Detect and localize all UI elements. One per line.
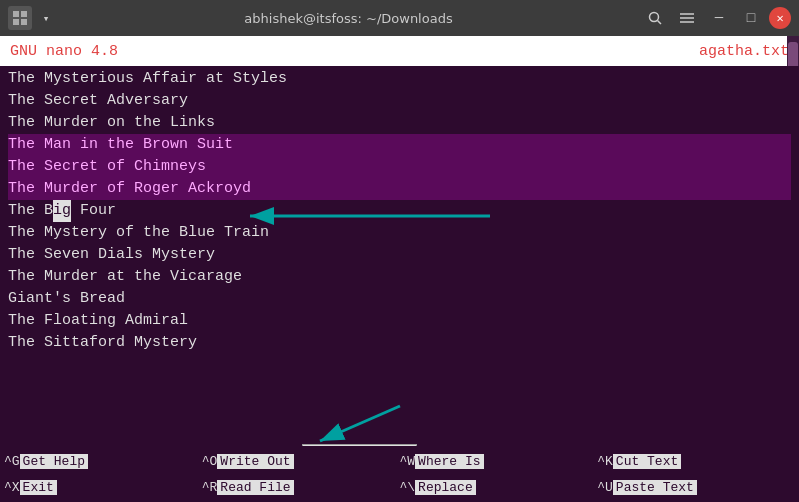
close-button[interactable]: ✕: [769, 7, 791, 29]
window-title: abhishek@itsfoss: ~/Downloads: [60, 11, 637, 26]
editor-line: The Big Four: [8, 200, 791, 222]
footer-item-write: ^O Write Out: [202, 454, 400, 469]
nano-footer: ^G Get Help ^O Write Out ^W Where Is ^K …: [0, 446, 799, 502]
label-write-out: Write Out: [217, 454, 293, 469]
editor-line: The Mysterious Affair at Styles: [8, 68, 791, 90]
cursor: ig: [53, 200, 71, 222]
search-button[interactable]: [641, 4, 669, 32]
svg-point-4: [650, 13, 659, 22]
editor-line: The Murder on the Links: [8, 112, 791, 134]
titlebar: ▾ abhishek@itsfoss: ~/Downloads ─ □ ✕: [0, 0, 799, 36]
titlebar-controls: ─ □ ✕: [641, 4, 791, 32]
mark-set-popup: [ Mark Set ]: [302, 444, 417, 446]
editor-line: The Mystery of the Blue Train: [8, 222, 791, 244]
footer-item-where: ^W Where Is: [400, 454, 598, 469]
footer-item-help: ^G Get Help: [4, 454, 202, 469]
footer-row-2: ^X Exit ^R Read File ^\ Replace ^U Paste…: [0, 474, 799, 500]
label-where-is: Where Is: [415, 454, 483, 469]
label-cut-text: Cut Text: [613, 454, 681, 469]
svg-line-12: [320, 406, 400, 441]
svg-rect-1: [21, 11, 27, 17]
app-icon: [8, 6, 32, 30]
footer-item-read: ^R Read File: [202, 480, 400, 495]
titlebar-left: ▾: [8, 6, 56, 30]
editor-line: The Murder of Roger Ackroyd: [8, 178, 791, 200]
key-cut-text: ^K: [597, 454, 613, 469]
editor-line: The Secret Adversary: [8, 90, 791, 112]
editor-line: Giant's Bread: [8, 288, 791, 310]
svg-rect-0: [13, 11, 19, 17]
editor-line: The Man in the Brown Suit: [8, 134, 791, 156]
nano-header: GNU nano 4.8 agatha.txt: [0, 36, 799, 66]
key-where-is: ^W: [400, 454, 416, 469]
footer-row-1: ^G Get Help ^O Write Out ^W Where Is ^K …: [0, 448, 799, 474]
editor-line: The Seven Dials Mystery: [8, 244, 791, 266]
editor-line: The Secret of Chimneys: [8, 156, 791, 178]
key-exit: ^X: [4, 480, 20, 495]
maximize-button[interactable]: □: [737, 4, 765, 32]
key-get-help: ^G: [4, 454, 20, 469]
label-get-help: Get Help: [20, 454, 88, 469]
minimize-button[interactable]: ─: [705, 4, 733, 32]
nano-filename: agatha.txt: [699, 43, 789, 60]
label-read-file: Read File: [217, 480, 293, 495]
svg-rect-2: [13, 19, 19, 25]
footer-item-paste: ^U Paste Text: [597, 480, 795, 495]
teal-arrow-2: [240, 396, 440, 446]
editor-line: The Floating Admiral: [8, 310, 791, 332]
key-replace: ^\: [400, 480, 416, 495]
nano-version: GNU nano 4.8: [10, 43, 118, 60]
footer-item-replace: ^\ Replace: [400, 480, 598, 495]
label-exit: Exit: [20, 480, 57, 495]
editor-line: The Murder at the Vicarage: [8, 266, 791, 288]
dropdown-arrow-icon[interactable]: ▾: [36, 6, 56, 30]
svg-rect-3: [21, 19, 27, 25]
footer-item-exit: ^X Exit: [4, 480, 202, 495]
editor-line: The Sittaford Mystery: [8, 332, 791, 354]
key-write-out: ^O: [202, 454, 218, 469]
footer-item-cut: ^K Cut Text: [597, 454, 795, 469]
key-read-file: ^R: [202, 480, 218, 495]
menu-button[interactable]: [673, 4, 701, 32]
key-paste-text: ^U: [597, 480, 613, 495]
svg-line-5: [658, 21, 662, 25]
editor-area[interactable]: The Mysterious Affair at StylesThe Secre…: [0, 66, 799, 446]
label-replace: Replace: [415, 480, 476, 495]
label-paste-text: Paste Text: [613, 480, 697, 495]
